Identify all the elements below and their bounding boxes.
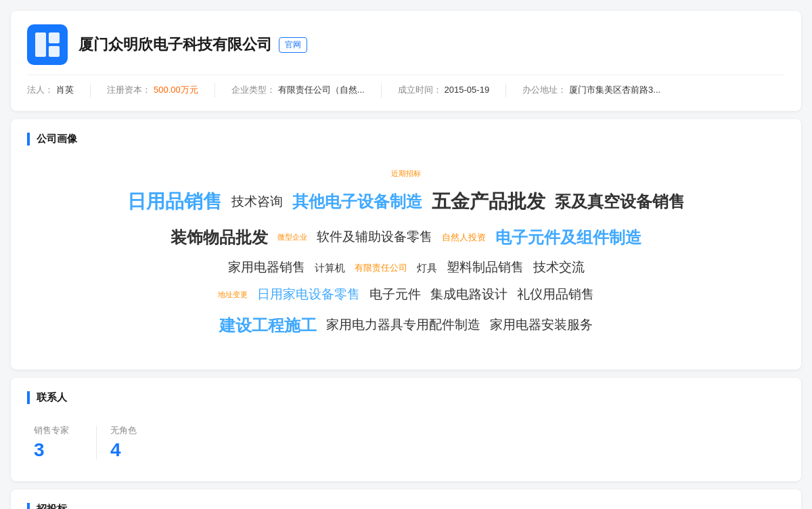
sales-expert-label: 销售专家 [34, 424, 69, 437]
tag-item[interactable]: 礼仪用品销售 [517, 283, 594, 306]
tag-item[interactable]: 近期招标 [391, 167, 421, 181]
company-name: 厦门众明欣电子科技有限公司 [78, 35, 272, 55]
official-tag[interactable]: 官网 [279, 37, 307, 53]
tag-item[interactable]: 其他电子设备制造 [292, 187, 422, 216]
no-role-value: 4 [110, 439, 121, 461]
office-address-label: 办公地址： [522, 83, 566, 97]
tag-item[interactable]: 建设工程施工 [219, 311, 317, 340]
registered-capital-value: 500.00万元 [154, 83, 198, 97]
tag-item[interactable]: 日用品销售 [127, 185, 222, 219]
tag-item[interactable]: 自然人投资 [442, 229, 486, 245]
tag-item[interactable]: 塑料制品销售 [447, 256, 524, 279]
office-address-item: 办公地址： 厦门市集美区杏前路3... [522, 83, 677, 97]
company-header: 厦门众明欣电子科技有限公司 官网 法人： 肖英 注册资本： 500.00万元 企… [11, 11, 801, 111]
tag-item[interactable]: 集成电路设计 [430, 283, 508, 306]
tag-item[interactable]: 家用电力器具专用配件制造 [326, 313, 480, 336]
established-item: 成立时间： 2015-05-19 [398, 83, 507, 97]
company-name-area: 厦门众明欣电子科技有限公司 官网 [78, 35, 307, 55]
svg-rect-2 [49, 46, 60, 57]
tag-item[interactable]: 微型企业 [277, 231, 307, 244]
tag-item[interactable]: 软件及辅助设备零售 [317, 225, 432, 248]
sales-expert-stat: 销售专家 3 [27, 424, 96, 461]
no-role-stat: 无角色 4 [97, 424, 164, 461]
registered-capital-label: 注册资本： [107, 83, 151, 97]
registered-capital-item: 注册资本： 500.00万元 [107, 83, 215, 97]
page-wrapper: 厦门众明欣电子科技有限公司 官网 法人： 肖英 注册资本： 500.00万元 企… [0, 0, 812, 509]
legal-person-value: 肖英 [56, 83, 74, 97]
established-label: 成立时间： [398, 83, 442, 97]
tag-item[interactable]: 装饰物品批发 [171, 223, 268, 252]
legal-person-label: 法人： [27, 83, 53, 97]
company-type-label: 企业类型： [231, 83, 275, 97]
tag-item[interactable]: 灯具 [417, 259, 437, 277]
company-image-section: 公司画像 近期招标日用品销售技术咨询其他电子设备制造五金产品批发泵及真空设备销售… [11, 119, 801, 370]
word-cloud-inner: 近期招标日用品销售技术咨询其他电子设备制造五金产品批发泵及真空设备销售装饰物品批… [27, 166, 785, 342]
contacts-title: 联系人 [27, 391, 785, 404]
tag-item[interactable]: 泵及真空设备销售 [555, 187, 685, 216]
contacts-row: 销售专家 3 无角色 4 [27, 418, 785, 468]
company-meta: 法人： 肖英 注册资本： 500.00万元 企业类型： 有限责任公司（自然...… [27, 74, 785, 97]
tag-item[interactable]: 技术交流 [533, 256, 585, 279]
tag-item[interactable]: 电子元件 [369, 283, 421, 306]
svg-rect-0 [35, 32, 46, 57]
tag-item[interactable]: 家用电器安装服务 [490, 313, 593, 336]
tag-item[interactable]: 有限责任公司 [355, 260, 407, 275]
company-type-value: 有限责任公司（自然... [278, 83, 365, 97]
contacts-section: 联系人 销售专家 3 无角色 4 [11, 378, 801, 481]
tag-item[interactable]: 电子元件及组件制造 [495, 223, 641, 252]
tag-item[interactable]: 日用家电设备零售 [257, 283, 360, 306]
office-address-value: 厦门市集美区杏前路3... [569, 83, 660, 97]
bidding-section: 招投标 招标数量2次招标金额-元供应商0家中标数量0次中标金额-元客户0家 [11, 489, 801, 509]
tag-item[interactable]: 家用电器销售 [228, 256, 305, 279]
svg-rect-1 [49, 32, 60, 43]
company-image-title: 公司画像 [27, 133, 785, 146]
no-role-label: 无角色 [110, 424, 137, 437]
word-cloud: 近期招标日用品销售技术咨询其他电子设备制造五金产品批发泵及真空设备销售装饰物品批… [27, 159, 785, 356]
company-top: 厦门众明欣电子科技有限公司 官网 [27, 24, 785, 65]
legal-person-item: 法人： 肖英 [27, 83, 91, 97]
tag-item[interactable]: 五金产品批发 [432, 185, 545, 219]
tag-item[interactable]: 技术咨询 [231, 190, 283, 213]
bidding-title: 招投标 [27, 503, 785, 509]
tag-item[interactable]: 计算机 [315, 259, 345, 277]
company-logo [27, 24, 68, 65]
established-value: 2015-05-19 [445, 83, 490, 97]
company-type-item: 企业类型： 有限责任公司（自然... [231, 83, 382, 97]
sales-expert-value: 3 [34, 439, 45, 461]
tag-item[interactable]: 地址变更 [218, 288, 248, 302]
